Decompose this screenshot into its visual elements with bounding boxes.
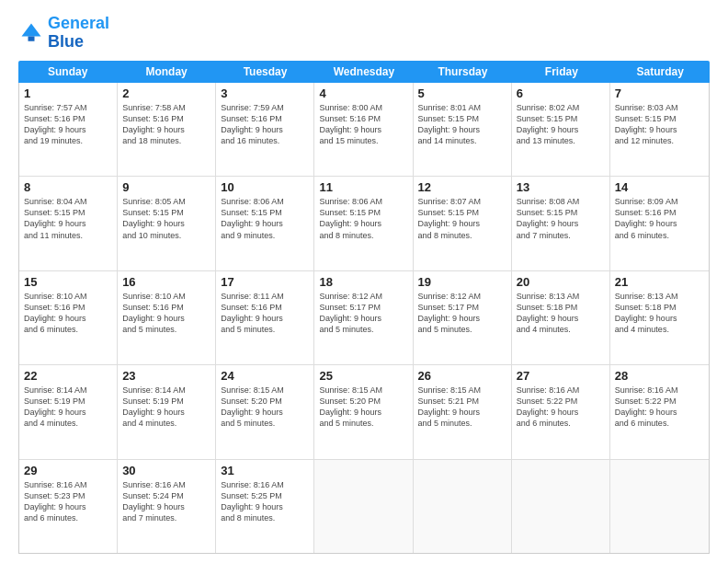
cell-line: Sunset: 5:15 PM — [221, 207, 309, 218]
calendar-cell: 23Sunrise: 8:14 AMSunset: 5:19 PMDayligh… — [118, 365, 216, 458]
cell-line: Daylight: 9 hours — [418, 313, 506, 324]
day-number: 26 — [418, 369, 506, 383]
cell-line: and 5 minutes. — [319, 418, 407, 429]
cell-line: Sunset: 5:17 PM — [418, 302, 506, 313]
cell-line: Sunrise: 8:00 AM — [319, 102, 407, 113]
day-number: 16 — [122, 275, 210, 289]
cell-line: Sunrise: 8:02 AM — [517, 102, 605, 113]
day-number: 6 — [517, 86, 605, 100]
header-day-tuesday: Tuesday — [216, 61, 314, 83]
cell-line: and 5 minutes. — [221, 324, 309, 335]
calendar: SundayMondayTuesdayWednesdayThursdayFrid… — [18, 61, 710, 554]
cell-line: and 14 minutes. — [418, 135, 506, 146]
cell-line: and 6 minutes. — [615, 230, 704, 241]
cell-line: and 7 minutes. — [517, 230, 605, 241]
cell-line: and 5 minutes. — [319, 324, 407, 335]
cell-line: Daylight: 9 hours — [418, 218, 506, 229]
cell-line: Sunset: 5:15 PM — [517, 113, 605, 124]
cell-line: Sunrise: 8:16 AM — [221, 479, 309, 490]
header-day-friday: Friday — [512, 61, 610, 83]
cell-line: Daylight: 9 hours — [122, 218, 210, 229]
cell-line: and 16 minutes. — [221, 135, 309, 146]
cell-line: Sunrise: 8:12 AM — [319, 291, 407, 302]
cell-line: Sunset: 5:15 PM — [517, 207, 605, 218]
cell-line: Daylight: 9 hours — [24, 124, 112, 135]
calendar-cell: 31Sunrise: 8:16 AMSunset: 5:25 PMDayligh… — [216, 460, 314, 553]
day-number: 24 — [221, 369, 309, 383]
day-number: 18 — [319, 275, 407, 289]
cell-line: and 12 minutes. — [615, 135, 704, 146]
day-number: 3 — [221, 86, 309, 100]
cell-line: Sunrise: 7:58 AM — [122, 102, 210, 113]
cell-line: Sunrise: 8:04 AM — [24, 196, 112, 207]
calendar-cell: 18Sunrise: 8:12 AMSunset: 5:17 PMDayligh… — [314, 271, 413, 364]
cell-line: Sunset: 5:20 PM — [319, 396, 407, 407]
cell-line: Daylight: 9 hours — [24, 313, 112, 324]
calendar-cell: 6Sunrise: 8:02 AMSunset: 5:15 PMDaylight… — [512, 83, 610, 176]
day-number: 13 — [517, 180, 605, 194]
cell-line: Sunset: 5:16 PM — [319, 113, 407, 124]
cell-line: Daylight: 9 hours — [418, 407, 506, 418]
calendar-header: SundayMondayTuesdayWednesdayThursdayFrid… — [18, 61, 710, 83]
page: General Blue SundayMondayTuesdayWednesda… — [0, 0, 728, 563]
cell-line: Daylight: 9 hours — [122, 124, 210, 135]
day-number: 2 — [122, 86, 210, 100]
calendar-cell: 13Sunrise: 8:08 AMSunset: 5:15 PMDayligh… — [512, 177, 610, 270]
cell-line: Sunrise: 8:09 AM — [615, 196, 704, 207]
cell-line: Daylight: 9 hours — [319, 313, 407, 324]
calendar-row: 8Sunrise: 8:04 AMSunset: 5:15 PMDaylight… — [19, 177, 709, 270]
cell-line: Daylight: 9 hours — [517, 313, 605, 324]
cell-line: Daylight: 9 hours — [24, 407, 112, 418]
cell-line: Sunset: 5:16 PM — [122, 113, 210, 124]
cell-line: Sunset: 5:17 PM — [319, 302, 407, 313]
cell-line: and 5 minutes. — [221, 418, 309, 429]
cell-line: and 13 minutes. — [517, 135, 605, 146]
calendar-cell: 22Sunrise: 8:14 AMSunset: 5:19 PMDayligh… — [19, 365, 118, 458]
header-day-monday: Monday — [117, 61, 215, 83]
day-number: 27 — [517, 369, 605, 383]
calendar-cell: 21Sunrise: 8:13 AMSunset: 5:18 PMDayligh… — [610, 271, 709, 364]
cell-line: Sunset: 5:19 PM — [122, 396, 210, 407]
calendar-cell: 14Sunrise: 8:09 AMSunset: 5:16 PMDayligh… — [610, 177, 709, 270]
calendar-cell: 27Sunrise: 8:16 AMSunset: 5:22 PMDayligh… — [512, 365, 610, 458]
calendar-cell: 17Sunrise: 8:11 AMSunset: 5:16 PMDayligh… — [216, 271, 314, 364]
cell-line: Daylight: 9 hours — [615, 313, 704, 324]
calendar-row: 1Sunrise: 7:57 AMSunset: 5:16 PMDaylight… — [19, 83, 709, 177]
cell-line: Daylight: 9 hours — [615, 407, 704, 418]
calendar-cell: 11Sunrise: 8:06 AMSunset: 5:15 PMDayligh… — [314, 177, 413, 270]
cell-line: and 19 minutes. — [24, 135, 112, 146]
cell-line: Daylight: 9 hours — [122, 313, 210, 324]
cell-line: Sunrise: 8:11 AM — [221, 291, 309, 302]
day-number: 8 — [24, 180, 112, 194]
cell-line: Sunset: 5:16 PM — [221, 113, 309, 124]
cell-line: Sunrise: 8:08 AM — [517, 196, 605, 207]
cell-line: and 5 minutes. — [418, 324, 506, 335]
calendar-cell: 1Sunrise: 7:57 AMSunset: 5:16 PMDaylight… — [19, 83, 118, 176]
cell-line: and 9 minutes. — [221, 230, 309, 241]
day-number: 22 — [24, 369, 112, 383]
calendar-row: 29Sunrise: 8:16 AMSunset: 5:23 PMDayligh… — [19, 460, 709, 553]
cell-line: and 4 minutes. — [517, 324, 605, 335]
day-number: 5 — [418, 86, 506, 100]
cell-line: and 5 minutes. — [418, 418, 506, 429]
cell-line: Sunrise: 8:15 AM — [418, 385, 506, 396]
cell-line: Sunset: 5:16 PM — [615, 207, 704, 218]
cell-line: Sunset: 5:24 PM — [122, 490, 210, 501]
cell-line: Daylight: 9 hours — [517, 407, 605, 418]
svg-rect-1 — [28, 36, 35, 40]
cell-line: Sunrise: 8:15 AM — [319, 385, 407, 396]
cell-line: and 11 minutes. — [24, 230, 112, 241]
cell-line: and 8 minutes. — [319, 230, 407, 241]
cell-line: Sunset: 5:16 PM — [221, 302, 309, 313]
svg-marker-0 — [22, 23, 41, 36]
cell-line: and 10 minutes. — [122, 230, 210, 241]
cell-line: and 8 minutes. — [418, 230, 506, 241]
calendar-cell — [512, 460, 610, 553]
day-number: 9 — [122, 180, 210, 194]
cell-line: Sunset: 5:22 PM — [517, 396, 605, 407]
cell-line: Sunset: 5:15 PM — [122, 207, 210, 218]
calendar-cell: 25Sunrise: 8:15 AMSunset: 5:20 PMDayligh… — [314, 365, 413, 458]
cell-line: Sunset: 5:19 PM — [24, 396, 112, 407]
day-number: 15 — [24, 275, 112, 289]
cell-line: Daylight: 9 hours — [615, 124, 704, 135]
